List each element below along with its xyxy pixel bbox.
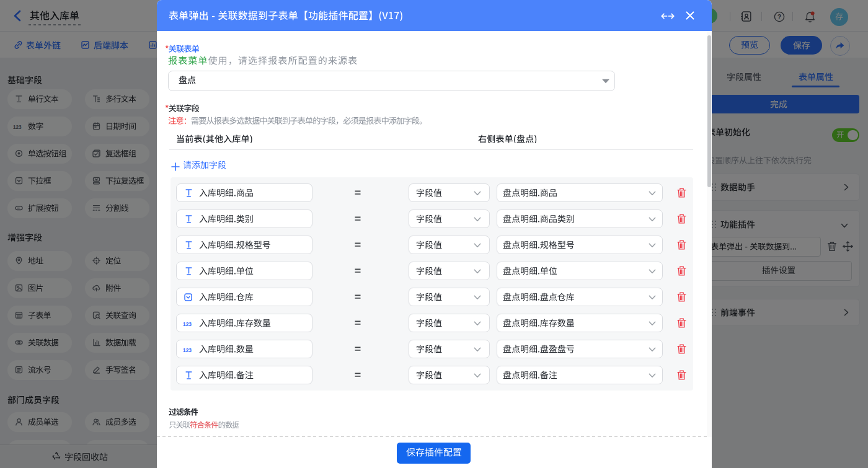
svg-text:123: 123 (183, 347, 192, 353)
svg-text:123: 123 (183, 321, 192, 327)
